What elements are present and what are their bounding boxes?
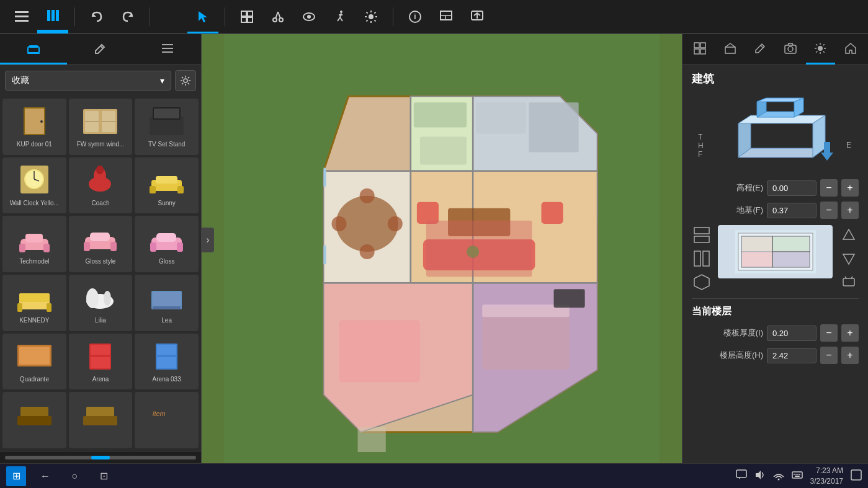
start-button[interactable]: ⊞ [6, 466, 26, 486]
svg-marker-154 [846, 43, 856, 53]
select-tool[interactable] [187, 0, 218, 33]
list-item[interactable]: KUP door 01 [2, 99, 66, 155]
taskbar-network-icon[interactable] [773, 469, 784, 482]
undo-button[interactable] [81, 0, 112, 33]
redo-button[interactable] [112, 0, 143, 33]
floor-height-param: 楼层高度(H) − + [692, 347, 859, 364]
svg-rect-69 [25, 234, 43, 242]
taskbar-chat-icon[interactable] [736, 469, 747, 482]
scroll-track[interactable] [5, 456, 196, 459]
list-item[interactable]: Quadrante [2, 334, 66, 390]
floor-height-input[interactable] [767, 348, 817, 363]
view-icon-5[interactable] [839, 249, 859, 268]
list-item[interactable]: Sunny [135, 157, 199, 214]
elevation-input[interactable] [767, 180, 817, 196]
list-item[interactable]: Coach [69, 157, 133, 214]
list-item[interactable]: Lilia [69, 275, 133, 331]
svg-rect-11 [241, 17, 246, 22]
list-item[interactable]: TV Set Stand [135, 99, 199, 155]
svg-rect-53 [154, 109, 179, 118]
view-icon-3[interactable] [692, 272, 712, 292]
svg-marker-8 [199, 11, 207, 22]
svg-rect-79 [17, 303, 22, 312]
svg-rect-176 [742, 252, 772, 267]
layout-tool[interactable] [431, 0, 462, 33]
svg-rect-97 [17, 416, 51, 425]
export-tool[interactable] [462, 0, 493, 33]
list-item[interactable]: item [135, 392, 199, 448]
list-item[interactable]: KENNEDY [2, 275, 66, 331]
walk-tool[interactable] [324, 0, 356, 33]
foundation-input[interactable] [767, 203, 817, 218]
panel-collapse-button[interactable]: › [202, 228, 214, 252]
info-tool[interactable]: i [400, 0, 431, 33]
home-circle-button[interactable]: ○ [65, 466, 84, 486]
library-button[interactable] [37, 0, 68, 33]
floor-height-plus[interactable]: + [841, 347, 859, 364]
view-icon-2[interactable] [692, 249, 712, 268]
list-item[interactable]: Gloss style [69, 216, 133, 272]
svg-point-114 [360, 189, 375, 203]
view-icon-6[interactable] [839, 272, 859, 292]
tab-pen[interactable] [746, 34, 775, 64]
group-tool[interactable] [231, 0, 262, 33]
list-item[interactable]: Techmodel [2, 216, 66, 272]
panel-settings-button[interactable] [175, 70, 196, 91]
svg-rect-10 [248, 11, 253, 16]
list-item[interactable]: Lea [135, 275, 199, 331]
tab-sun[interactable] [806, 34, 835, 64]
list-item[interactable] [2, 392, 66, 448]
svg-point-144 [788, 47, 793, 51]
foundation-minus[interactable]: − [820, 202, 838, 219]
taskbar-time: 7:23 AM 3/23/2017 [810, 466, 843, 487]
taskbar-notification-icon[interactable] [851, 469, 862, 482]
scroll-thumb[interactable] [91, 456, 110, 459]
multitask-button[interactable]: ⊡ [94, 466, 114, 486]
svg-rect-181 [843, 278, 854, 286]
svg-point-84 [104, 291, 111, 306]
cut-tool[interactable] [262, 0, 293, 33]
elevation-param: 高程(E) − + [692, 179, 859, 197]
right-tabs [682, 34, 868, 65]
svg-point-19 [340, 11, 342, 13]
tab-grid[interactable] [686, 34, 715, 64]
building-3d-preview: T H F E [692, 92, 859, 173]
list-item[interactable]: Arena [69, 334, 133, 390]
foundation-plus[interactable]: + [841, 202, 859, 219]
svg-rect-178 [773, 252, 809, 267]
slab-thickness-plus[interactable]: + [841, 324, 859, 342]
center-canvas[interactable]: › [202, 34, 682, 463]
svg-rect-122 [339, 320, 420, 382]
tab-list[interactable] [134, 34, 201, 64]
list-item[interactable]: FW symm wind... [69, 99, 133, 155]
right-content: 建筑 T H F E [682, 65, 868, 463]
back-button[interactable]: ← [35, 466, 55, 486]
tab-home[interactable] [836, 34, 866, 64]
svg-rect-92 [91, 357, 110, 368]
floor-height-minus[interactable]: − [820, 347, 838, 364]
category-dropdown[interactable]: 收藏 ▾ [5, 71, 171, 91]
list-item[interactable]: Gloss [135, 216, 199, 272]
list-item[interactable] [69, 392, 133, 448]
view-tool[interactable] [293, 0, 324, 33]
svg-rect-94 [157, 345, 176, 355]
view-icon-1[interactable] [692, 225, 712, 245]
tab-camera[interactable] [776, 34, 805, 64]
svg-rect-0 [15, 11, 29, 13]
list-item[interactable]: Wall Clock Yello... [2, 157, 66, 214]
sun-tool[interactable] [356, 0, 387, 33]
view-icon-4[interactable] [839, 225, 859, 245]
elevation-plus[interactable]: + [841, 179, 859, 197]
tab-design[interactable] [67, 34, 134, 64]
slab-thickness-input[interactable] [767, 326, 817, 341]
slab-thickness-minus[interactable]: − [820, 324, 838, 342]
taskbar-keyboard-icon[interactable] [792, 469, 803, 482]
elevation-minus[interactable]: − [820, 179, 838, 197]
svg-rect-123 [414, 102, 467, 127]
menu-button[interactable] [6, 0, 37, 33]
list-item[interactable]: Arena 033 [135, 334, 199, 390]
tab-furniture[interactable] [0, 34, 67, 64]
taskbar-volume-icon[interactable] [754, 469, 766, 482]
tab-structure[interactable] [716, 34, 745, 64]
svg-line-28 [367, 20, 368, 21]
